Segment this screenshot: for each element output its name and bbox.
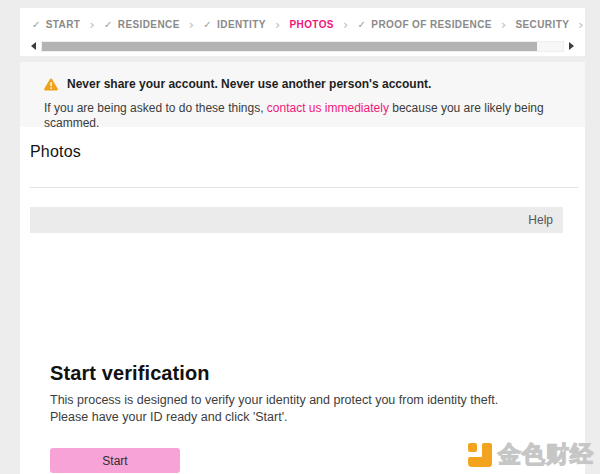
main-card: Photos Help Start verification This proc… (20, 127, 585, 474)
scrollbar-right-arrow[interactable] (567, 40, 575, 52)
stepper-item-label: SECURITY (515, 19, 569, 30)
warning-banner: Never share your account. Never use anot… (20, 62, 585, 127)
stepper: ✓START›✓RESIDENCE›✓IDENTITY›PHOTOS›✓PROO… (20, 8, 585, 34)
check-icon: ✓ (358, 19, 367, 30)
chevron-separator-icon: › (275, 17, 281, 32)
help-link[interactable]: Help (528, 213, 553, 227)
jinse-watermark: 金色财经 (467, 439, 594, 470)
chevron-separator-icon: › (343, 17, 349, 32)
check-icon: ✓ (104, 19, 113, 30)
warning-icon (44, 78, 58, 91)
stepper-item-photos[interactable]: PHOTOS (289, 19, 333, 30)
banner-body-prefix: If you are being asked to do these thing… (44, 101, 267, 115)
stepper-item-residence[interactable]: ✓RESIDENCE (104, 19, 180, 30)
widget-description-line2: Please have your ID ready and click 'Sta… (50, 409, 543, 426)
start-button[interactable]: Start (50, 448, 180, 473)
stepper-item-identity[interactable]: ✓IDENTITY (203, 19, 266, 30)
stepper-item-label: START (46, 19, 81, 30)
stepper-card: ✓START›✓RESIDENCE›✓IDENTITY›PHOTOS›✓PROO… (20, 8, 585, 56)
scrollbar-thumb[interactable] (42, 42, 537, 51)
section-divider (30, 187, 578, 188)
contact-us-link[interactable]: contact us immediately (267, 101, 389, 115)
stepper-item-security[interactable]: SECURITY (515, 19, 569, 30)
scrollbar-track[interactable] (41, 41, 564, 52)
page-title: Photos (30, 143, 81, 161)
horizontal-scrollbar[interactable] (30, 40, 575, 52)
widget-header: Help (30, 207, 563, 233)
stepper-item-label: PROOF OF RESIDENCE (371, 19, 492, 30)
chevron-separator-icon: › (89, 17, 95, 32)
verification-widget: Help Start verification This process is … (30, 207, 563, 474)
stepper-item-proof-of-residence[interactable]: ✓PROOF OF RESIDENCE (358, 19, 492, 30)
stepper-item-label: IDENTITY (217, 19, 266, 30)
banner-title: Never share your account. Never use anot… (67, 77, 431, 91)
check-icon: ✓ (32, 19, 41, 30)
widget-description-line1: This process is designed to verify your … (50, 392, 543, 409)
chevron-separator-icon: › (189, 17, 195, 32)
stepper-item-label: PHOTOS (289, 19, 333, 30)
stepper-item-label: RESIDENCE (118, 19, 180, 30)
widget-description: This process is designed to verify your … (50, 392, 543, 426)
verification-page: ✓START›✓RESIDENCE›✓IDENTITY›PHOTOS›✓PROO… (0, 0, 600, 474)
check-icon: ✓ (203, 19, 212, 30)
chevron-separator-icon: › (578, 17, 584, 32)
jinse-watermark-text: 金色财经 (498, 439, 594, 470)
stepper-item-start[interactable]: ✓START (32, 19, 80, 30)
widget-heading: Start verification (50, 362, 543, 385)
jinse-logo-icon (467, 442, 493, 468)
scrollbar-left-arrow[interactable] (30, 40, 38, 52)
chevron-separator-icon: › (501, 17, 507, 32)
